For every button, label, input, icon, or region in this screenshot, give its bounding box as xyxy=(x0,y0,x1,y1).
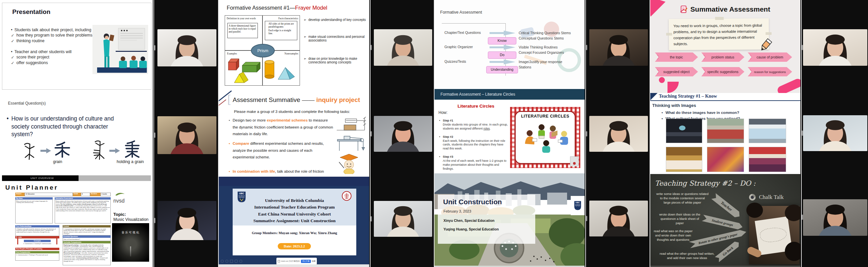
arrow-label: cause of problem xyxy=(757,55,783,59)
check-icon: ✓ xyxy=(11,38,14,44)
resize-handle[interactable] xyxy=(802,215,803,220)
topic-arrow: suggested object xyxy=(655,67,698,76)
stop-share-button[interactable]: 停止共享 xyxy=(301,260,311,263)
bullet-marker: • xyxy=(7,115,9,138)
big-ideas-box: Big Ideas Music and visual arts are each… xyxy=(15,197,53,224)
participant-video[interactable] xyxy=(589,116,648,152)
prism-shapes xyxy=(225,55,300,85)
arrow-label: the topic xyxy=(670,55,683,59)
deco-pink-comma xyxy=(668,82,679,93)
slide-title: Unit Construction xyxy=(443,198,502,206)
nvsd-logo: nvsd xyxy=(113,193,128,204)
arrow-right-icon xyxy=(490,31,515,35)
resize-handle[interactable] xyxy=(802,131,803,136)
resize-handle[interactable] xyxy=(371,45,372,50)
svg-text:UBC: UBC xyxy=(239,192,244,195)
resize-handle[interactable] xyxy=(154,133,155,138)
slide-title-accent: Frayer Model xyxy=(295,5,327,10)
chalk-donut-icon xyxy=(748,193,756,201)
slide-essential-question: Essential Question(s) • How is our under… xyxy=(0,90,153,173)
understanding-tag: Understanding xyxy=(486,66,518,73)
step-label: Step #2 xyxy=(443,135,453,138)
concept-arrow xyxy=(56,236,57,244)
quadrant-label-facts: Facts/characteristics xyxy=(278,17,298,20)
ubc-logo: UBC xyxy=(574,201,581,211)
concept-arrow xyxy=(17,236,18,244)
shared-slide-column-1: Presentation •Students talk about their … xyxy=(0,0,153,267)
chalk-step-text: wrote down their ideas on the questionon… xyxy=(659,213,701,225)
bullet-marker: • xyxy=(11,28,12,32)
chalk-step-text: read what the other groups had written, … xyxy=(657,252,717,260)
participant-video[interactable] xyxy=(157,29,216,66)
cover-line: Summative Assignment: Unit Construction xyxy=(232,217,356,224)
culture-photo-kimono xyxy=(749,147,786,172)
big-ideas-header: Big Ideas xyxy=(15,197,53,199)
subtitle: Thinking with Images xyxy=(652,103,696,108)
task-accent: Compare xyxy=(232,141,249,145)
content-text: 1. manipulation of elements, principles,… xyxy=(63,228,111,236)
summative-item: 4. the introduction of your work (your i… xyxy=(56,208,107,212)
annotation-toolbar[interactable] xyxy=(221,260,242,263)
how-label: How: xyxy=(438,110,447,115)
bullet-text: score their project xyxy=(16,55,49,60)
resize-handle[interactable] xyxy=(154,218,155,223)
participant-video[interactable] xyxy=(157,201,216,240)
topic-arrow: specific suggestions xyxy=(701,67,744,76)
resize-handle[interactable] xyxy=(802,45,803,50)
assessment-type: Graphic Organizer xyxy=(444,45,473,49)
resize-handle[interactable] xyxy=(371,131,372,136)
planner-right-stack: Content 1. manipulation of elements, pri… xyxy=(63,225,111,265)
tab-unit-overview[interactable]: UNIT OVERVIEW xyxy=(2,175,79,181)
resize-handle[interactable] xyxy=(586,131,587,136)
bullet-text: Students talk about their project, inclu… xyxy=(14,28,91,32)
light-beam xyxy=(130,246,131,257)
slide-summative-inquiry: [ Assessment Summative —— inquiry projec… xyxy=(219,90,369,177)
check-icon: ✓ xyxy=(11,55,14,60)
participant-video[interactable] xyxy=(374,116,432,152)
slide-unit-planner: Unit Planner Subject Art Education Grade… xyxy=(0,181,153,267)
participant-video[interactable] xyxy=(589,201,648,236)
resize-handle[interactable] xyxy=(586,45,587,50)
fact-item: Each edge is a straight line. xyxy=(269,29,296,35)
arrowhead-bullet-icon: ➢ xyxy=(304,57,306,64)
participant-video[interactable] xyxy=(374,29,432,66)
bullet-text: thinking routine xyxy=(16,38,44,44)
corner-triangle xyxy=(650,93,657,100)
participant-video[interactable] xyxy=(803,115,867,151)
essential-question: • How is our understanding of culture an… xyxy=(7,115,123,138)
poster-badge xyxy=(570,156,579,166)
definition-text: A three-dimensional figure in which each… xyxy=(227,23,258,38)
fact-item: All sides of the prism are parallelogram… xyxy=(269,22,296,28)
arrow-label: suggested object xyxy=(663,70,689,74)
culture-photo-stage xyxy=(666,118,702,143)
participant-video[interactable] xyxy=(589,29,648,66)
arrow-right-icon xyxy=(40,148,51,154)
resize-handle[interactable] xyxy=(586,216,587,221)
slide-divider-band xyxy=(219,177,369,186)
essential-questions-header: Essential Questions xyxy=(63,236,111,238)
slide-header: Essential Question(s) xyxy=(8,101,46,106)
hide-toast-button[interactable]: 隐藏 xyxy=(312,260,315,262)
bullet-marker: • xyxy=(439,119,440,131)
cover-line: East China Normal University Cohort xyxy=(232,211,356,217)
resize-handle[interactable] xyxy=(371,216,372,221)
deco-bracket: [ xyxy=(227,92,230,105)
participant-video[interactable] xyxy=(374,201,432,237)
assessment-type: Chapter/Text Questions xyxy=(444,31,481,34)
participant-video[interactable] xyxy=(157,116,216,154)
participant-video[interactable] xyxy=(803,29,867,66)
step-underlined: roles xyxy=(484,127,490,130)
slide-title-prefix: Formative Assessment #1— xyxy=(227,5,295,10)
shared-slide-column-3: Formative Assessment Chapter/Text Questi… xyxy=(434,0,585,267)
bullet-marker: • xyxy=(11,50,12,54)
graduate-cartoon xyxy=(338,154,360,174)
step-text: At the end of each week, we'll have 1-2 … xyxy=(443,159,506,170)
slide-frayer-model: Formative Assessment #1—Frayer Model Def… xyxy=(219,0,369,89)
culture-photo-ballroom xyxy=(666,147,702,172)
cover-line: International Teacher Education Program xyxy=(232,204,356,211)
subject-value: Art Education xyxy=(25,193,73,196)
resize-handle[interactable] xyxy=(154,45,155,51)
participant-video[interactable] xyxy=(803,199,867,236)
slide-teaching-strategy-1: Teaching Strategy #1 – Know Thinking wit… xyxy=(650,93,800,174)
note-text: You need to work in groups, choose a top… xyxy=(669,18,769,51)
